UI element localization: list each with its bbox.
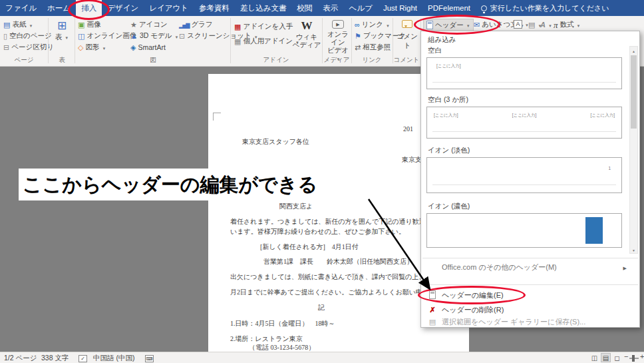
tab-pdfelement[interactable]: PDFelement [422,0,476,16]
text-boundary-corner-mark [213,113,221,121]
preview-rule-line [432,131,616,132]
language-indicator[interactable]: 中国語 (中国) [93,354,134,363]
tab-layout[interactable]: レイアウト [144,0,194,16]
group-separator [75,18,75,63]
group-label-illustrations: 図 [76,56,230,65]
gallery-item-blank-preview: [ここに入力] [426,57,622,89]
link-button[interactable]: リンク [355,19,390,30]
comment-label: コメント [395,32,419,51]
tab-mailings[interactable]: 差し込み文書 [235,0,292,16]
equation-label: 数式 [560,20,574,29]
tab-insert[interactable]: 挿入 [76,0,102,16]
pictures-button[interactable]: 画像 [78,19,100,30]
gallery-item-blank[interactable]: 空白 [ここに入力] [425,46,625,93]
web-layout-button[interactable] [612,353,622,362]
menu-item-edit-header-label: ヘッダーの編集(E) [442,290,504,300]
tab-references[interactable]: 参考資料 [194,0,235,16]
scroll-up-icon[interactable] [630,47,637,54]
cover-page-button[interactable]: 表紙 [3,19,33,30]
zoom-slider-thumb[interactable] [632,355,635,362]
page-break-icon [3,44,9,51]
chevron-down-icon [29,21,33,29]
chevron-down-icon [577,21,581,29]
gallery-item-ion-dark[interactable]: イオン (濃色) [425,202,625,251]
zoom-out-button[interactable] [624,353,628,360]
greeting-icon [474,21,480,29]
smartart-button[interactable]: SmartArt [130,42,166,53]
icons-button[interactable]: アイコン [130,19,168,30]
page-break-button[interactable]: ページ区切り [3,42,54,53]
menu-item-save-selection: 選択範囲をヘッダー ギャラリーに保存(S)... [422,316,632,327]
menu-item-more-headers[interactable]: Office.com のその他のヘッダー(M) [422,260,632,274]
gallery-item-blank3[interactable]: 空白 (3 か所) [ここに入力] [ここに入力] [ここに入力] [425,95,625,142]
zoom-in-button[interactable] [640,353,644,360]
tab-insert-label: 挿入 [81,4,96,12]
gallery-item-blank3-preview: [ここに入力] [ここに入力] [ここに入力] [426,107,622,139]
gallery-item-blank-label: 空白 [425,46,625,55]
save-selection-icon [429,318,436,326]
gallery-item-blank3-label: 空白 (3 か所) [425,95,625,105]
doc-line-body1: 着任されます。つきましては、新任の方を囲んで下記の通り歓迎会を行 [230,217,446,226]
my-addins-button[interactable]: 個人用アドイン [234,36,299,47]
input-mode-icon[interactable]: ⌨ [145,354,154,362]
gallery-item-ion-dark-label: イオン (濃色) [425,202,625,211]
doc-line-newcomer-heading: [新しく着任される方] 4月1日付 [260,242,359,252]
online-pictures-icon [78,33,84,40]
edit-header-icon [429,290,436,299]
shapes-button[interactable]: 図形 [78,42,106,53]
pictures-label: 画像 [86,20,100,29]
status-bar: 1/2 ページ 338 文字 ✓ 中国語 (中国) ⌨ [0,352,644,363]
quick-parts-icon [528,21,535,29]
group-separator [48,18,49,63]
page-indicator[interactable]: 1/2 ページ [4,354,37,363]
menu-item-remove-header[interactable]: ヘッダーの削除(R) [422,303,632,316]
get-addins-button[interactable]: アドインを入手 [234,21,293,32]
chart-icon [179,21,189,29]
tab-file[interactable]: ファイル [0,0,42,16]
scrollbar-thumb[interactable] [631,55,637,129]
menu-item-remove-header-label: ヘッダーの削除(R) [442,305,504,315]
online-pictures-label: オンライン画像 [86,31,136,41]
text-box-icon: A [514,20,522,29]
tab-help[interactable]: ヘルプ [344,0,378,16]
cross-reference-label: 相互参照 [363,43,391,52]
chart-button[interactable]: グラフ [179,19,213,30]
text-box-button[interactable]: A [514,19,529,29]
smartart-label: SmartArt [138,43,165,51]
menu-separator [422,258,638,258]
wordart-button[interactable] [540,19,552,30]
gallery-item-ion-dark-preview [426,213,622,248]
menu-item-edit-header[interactable]: ヘッダーの編集(E) [422,288,632,302]
chart-label: グラフ [191,20,212,29]
ribbon-tab-bar: ファイル ホーム 挿入 デザイン レイアウト 参考資料 差し込み文書 校閲 表示… [0,0,644,16]
tab-design[interactable]: デザイン [102,0,144,16]
online-pictures-button[interactable]: オンライン画像 [78,31,136,41]
preview-page-number: 1 [608,166,611,171]
shapes-label: 図形 [85,43,99,52]
print-layout-button[interactable] [601,353,611,362]
tab-view[interactable]: 表示 [318,0,344,16]
word-count[interactable]: 338 文字 [41,354,69,363]
tab-review[interactable]: 校閲 [292,0,318,16]
cross-reference-button[interactable]: 相互参照 [355,42,391,53]
read-mode-button[interactable] [589,353,599,362]
scroll-down-icon[interactable] [630,246,637,253]
proofing-icon[interactable]: ✓ [79,354,87,362]
doc-line-sender2: 関西支店よ [279,202,313,211]
tab-just-right[interactable]: Just Right [378,0,422,16]
gallery-item-ion-light[interactable]: イオン (淡色) 1 [425,146,625,196]
online-video-label-line2: ビデオ [327,46,349,54]
3d-models-button[interactable]: 3D モデル [130,31,178,41]
cover-page-label: 表紙 [12,20,26,29]
gallery-scrollbar[interactable] [629,46,638,254]
header-button[interactable]: ヘッダー [423,19,474,31]
equation-button[interactable]: 数式 [554,19,580,30]
tab-home[interactable]: ホーム [42,0,76,16]
screenshot-icon [179,33,185,40]
placeholder-text: [ここに入力] [434,113,458,119]
tell-me-box[interactable]: 実行したい作業を入力してください [476,0,615,16]
icons-label: アイコン [139,20,168,29]
tell-me-label: 実行したい作業を入力してください [490,3,609,13]
doc-line-newcomer-person: 営業第1課 課長 鈴木太郎（旧任地関西支店） [263,257,413,266]
blank-page-button[interactable]: 空白のページ [3,31,52,41]
